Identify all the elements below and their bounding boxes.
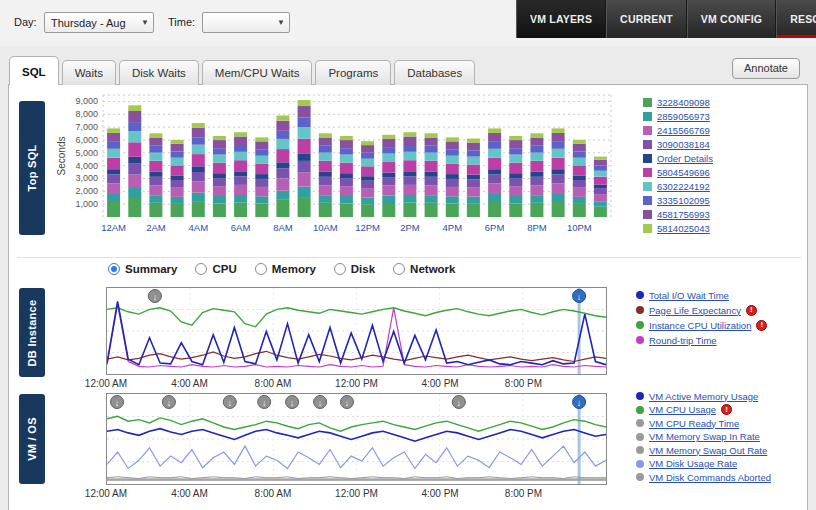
bar-segment[interactable]: [171, 204, 184, 217]
bar-segment[interactable]: [382, 196, 395, 203]
bar-segment[interactable]: [594, 157, 607, 160]
bar-segment[interactable]: [107, 175, 120, 184]
bar-segment[interactable]: [509, 148, 522, 154]
bar-segment[interactable]: [192, 166, 205, 172]
bar-segment[interactable]: [594, 177, 607, 185]
bar-segment[interactable]: [298, 118, 311, 127]
bar-segment[interactable]: [276, 191, 289, 200]
bar-segment[interactable]: [573, 204, 586, 217]
bar-segment[interactable]: [107, 194, 120, 202]
bar-segment[interactable]: [509, 136, 522, 140]
bar-segment[interactable]: [573, 152, 586, 158]
bar-segment[interactable]: [552, 133, 565, 142]
bar-segment[interactable]: [573, 197, 586, 204]
bar-segment[interactable]: [446, 149, 459, 155]
bar-segment[interactable]: [446, 187, 459, 197]
bar-segment[interactable]: [149, 161, 162, 172]
bar-segment[interactable]: [234, 152, 247, 161]
bar-segment[interactable]: [403, 132, 416, 136]
bar-segment[interactable]: [573, 165, 586, 175]
bar-segment[interactable]: [340, 173, 353, 178]
bar-segment[interactable]: [509, 155, 522, 163]
bar-segment[interactable]: [509, 203, 522, 217]
annotation-marker[interactable]: ↓: [258, 396, 271, 409]
bar-segment[interactable]: [467, 165, 480, 175]
bar-segment[interactable]: [319, 177, 332, 185]
bar-segment[interactable]: [213, 203, 226, 217]
annotation-marker[interactable]: ↓: [452, 396, 465, 409]
bar-segment[interactable]: [594, 188, 607, 194]
x-tick-link[interactable]: 2AM: [146, 222, 166, 233]
bar-segment[interactable]: [509, 140, 522, 148]
bar-segment[interactable]: [128, 157, 141, 164]
radio-summary[interactable]: Summary: [108, 263, 177, 275]
bar-segment[interactable]: [446, 196, 459, 203]
bar-segment[interactable]: [382, 147, 395, 154]
bar-segment[interactable]: [234, 132, 247, 136]
bar-segment[interactable]: [192, 201, 205, 217]
legend-link-vm-memory-swap-out-rate[interactable]: VM Memory Swap Out Rate: [649, 445, 767, 456]
legend-link-6302224192[interactable]: 6302224192: [657, 181, 710, 192]
bar-segment[interactable]: [403, 145, 416, 152]
legend-link-vm-memory-swap-in-rate[interactable]: VM Memory Swap In Rate: [649, 431, 760, 442]
bar-segment[interactable]: [107, 158, 120, 170]
annotation-marker[interactable]: ↓: [111, 396, 124, 409]
bar-segment[interactable]: [340, 148, 353, 154]
legend-link-vm-cpu-usage[interactable]: VM CPU Usage: [649, 404, 716, 415]
bar-segment[interactable]: [319, 203, 332, 217]
bar-segment[interactable]: [298, 197, 311, 217]
bar-segment[interactable]: [298, 139, 311, 154]
bar-segment[interactable]: [107, 133, 120, 142]
x-tick-link[interactable]: 8AM: [273, 222, 293, 233]
bar-segment[interactable]: [530, 161, 543, 172]
bar-segment[interactable]: [552, 128, 565, 133]
bar-segment[interactable]: [255, 204, 268, 218]
bar-segment[interactable]: [213, 163, 226, 174]
bar-segment[interactable]: [488, 142, 501, 149]
x-tick-link[interactable]: 6AM: [231, 222, 251, 233]
top-nav-current[interactable]: CURRENT: [606, 0, 687, 38]
bar-segment[interactable]: [382, 162, 395, 173]
bar-segment[interactable]: [128, 198, 141, 217]
bar-segment[interactable]: [213, 155, 226, 163]
bar-segment[interactable]: [276, 168, 289, 178]
bar-segment[interactable]: [213, 186, 226, 196]
bar-segment[interactable]: [530, 185, 543, 195]
bar-segment[interactable]: [361, 159, 374, 167]
bar-segment[interactable]: [171, 180, 184, 188]
bar-segment[interactable]: [530, 133, 543, 137]
bar-segment[interactable]: [446, 164, 459, 174]
time-select[interactable]: ▼: [202, 12, 290, 33]
bar-segment[interactable]: [403, 176, 416, 185]
bar-segment[interactable]: [276, 139, 289, 149]
bar-segment[interactable]: [319, 133, 332, 137]
bar-segment[interactable]: [234, 160, 247, 171]
tab-sql[interactable]: SQL: [9, 56, 59, 85]
bar-segment[interactable]: [128, 111, 141, 122]
top-nav-resources[interactable]: RESOURCES: [776, 0, 816, 38]
legend-link-total-i-o-wait-time[interactable]: Total I/O Wait Time: [649, 290, 729, 301]
bar-segment[interactable]: [467, 179, 480, 187]
bar-segment[interactable]: [425, 153, 438, 161]
bar-segment[interactable]: [213, 136, 226, 140]
bar-segment[interactable]: [255, 174, 268, 179]
x-tick-link[interactable]: 2PM: [400, 222, 420, 233]
bar-segment[interactable]: [213, 148, 226, 154]
bar-segment[interactable]: [213, 196, 226, 203]
radio-network[interactable]: Network: [393, 263, 455, 275]
bar-segment[interactable]: [446, 156, 459, 164]
bar-segment[interactable]: [382, 186, 395, 196]
bar-segment[interactable]: [467, 150, 480, 156]
bar-segment[interactable]: [509, 163, 522, 174]
top-nav-vm-config[interactable]: VM CONFIG: [687, 0, 776, 38]
bar-segment[interactable]: [488, 183, 501, 194]
bar-segment[interactable]: [382, 177, 395, 185]
bar-segment[interactable]: [446, 174, 459, 179]
bar-segment[interactable]: [573, 158, 586, 166]
bar-segment[interactable]: [298, 161, 311, 173]
bar-segment[interactable]: [382, 203, 395, 217]
bar-segment[interactable]: [298, 173, 311, 187]
annotation-marker[interactable]: ↓: [223, 396, 236, 409]
bar-segment[interactable]: [361, 197, 374, 204]
bar-segment[interactable]: [552, 202, 565, 217]
